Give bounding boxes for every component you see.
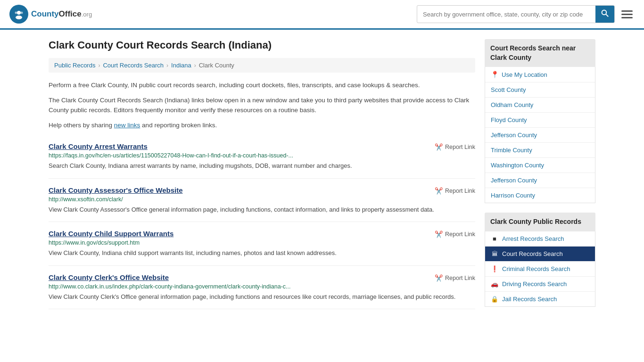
main-container: Clark County Court Records Search (India… [39, 30, 605, 326]
public-records-list: ■Arrest Records Search🏛Court Records Sea… [485, 231, 595, 307]
record-icon-4: 🔒 [491, 296, 498, 303]
record-icon-2: ❗ [491, 265, 498, 272]
intro-text-1: Perform a free Clark County, IN public c… [49, 80, 475, 90]
search-area [417, 5, 635, 23]
report-icon: ✂️ [435, 230, 443, 238]
intro-text-3: Help others by sharing new links and rep… [49, 120, 475, 131]
result-title[interactable]: Clark County Assessor's Office Website [49, 186, 183, 194]
new-links-link[interactable]: new links [114, 122, 140, 129]
result-item: Clark County Arrest Warrants ✂️ Report L… [49, 135, 475, 179]
report-link-3[interactable]: ✂️ Report Link [435, 274, 475, 282]
logo-domain: .org [82, 11, 92, 18]
nearby-county-3[interactable]: Jefferson County [485, 128, 595, 143]
logo-area: CountyOffice.org [9, 5, 92, 24]
record-icon-0: ■ [491, 235, 498, 242]
intro-text-2: The Clark County Court Records Search (I… [49, 95, 475, 115]
breadcrumb-court-records[interactable]: Court Records Search [103, 62, 164, 69]
report-icon: ✂️ [435, 274, 443, 282]
svg-point-4 [21, 12, 23, 14]
nearby-county-0[interactable]: Scott County [485, 82, 595, 98]
public-records-item-2[interactable]: ❗Criminal Records Search [485, 262, 595, 277]
public-records-item-3[interactable]: 🚗Driving Records Search [485, 277, 595, 292]
site-header: CountyOffice.org [0, 0, 644, 30]
nearby-header: Court Records Search near Clark County [485, 39, 595, 67]
nearby-county-6[interactable]: Jefferson County [485, 173, 595, 188]
logo-icon [9, 5, 28, 24]
report-icon: ✂️ [435, 187, 443, 195]
public-records-header: Clark County Public Records [485, 213, 595, 231]
result-url[interactable]: https://www.in.gov/dcs/support.htm [49, 239, 475, 246]
svg-line-6 [606, 14, 608, 16]
search-input[interactable] [417, 7, 595, 22]
result-item: Clark County Clerk's Office Website ✂️ R… [49, 266, 475, 310]
breadcrumb-clark-county: Clark County [199, 62, 234, 69]
result-desc: View Clark County, Indiana child support… [49, 248, 475, 258]
public-records-section: Clark County Public Records ■Arrest Reco… [485, 213, 595, 307]
result-title[interactable]: Clark County Arrest Warrants [49, 142, 148, 150]
search-button[interactable] [595, 6, 614, 23]
record-icon-3: 🚗 [491, 280, 498, 288]
logo-text-area: CountyOffice.org [31, 9, 92, 19]
result-url[interactable]: https://faqs.in.gov/hc/en-us/articles/11… [49, 152, 475, 159]
results-container: Clark County Arrest Warrants ✂️ Report L… [49, 135, 475, 309]
result-desc: Search Clark County, Indiana arrest warr… [49, 161, 475, 171]
public-records-item-1[interactable]: 🏛Court Records Search [485, 247, 595, 262]
result-title[interactable]: Clark County Child Support Warrants [49, 230, 173, 238]
result-header: Clark County Arrest Warrants ✂️ Report L… [49, 142, 475, 151]
svg-point-5 [602, 10, 607, 15]
nearby-county-7[interactable]: Harrison County [485, 188, 595, 203]
breadcrumb: Public Records › Court Records Search › … [49, 58, 475, 73]
page-title: Clark County Court Records Search (India… [49, 39, 475, 51]
report-icon: ✂️ [435, 143, 443, 151]
result-desc: View Clark County Clerk's Office general… [49, 292, 475, 302]
breadcrumb-public-records[interactable]: Public Records [54, 62, 95, 69]
search-box[interactable] [417, 5, 615, 23]
public-records-items-container: ■Arrest Records Search🏛Court Records Sea… [485, 231, 595, 306]
use-location-item[interactable]: 📍 Use My Location [485, 67, 595, 82]
report-link-1[interactable]: ✂️ Report Link [435, 187, 475, 195]
public-records-item-4[interactable]: 🔒Jail Records Search [485, 292, 595, 306]
record-icon-1: 🏛 [491, 250, 498, 257]
result-item: Clark County Assessor's Office Website ✂… [49, 179, 475, 222]
result-header: Clark County Child Support Warrants ✂️ R… [49, 230, 475, 238]
use-location-link[interactable]: Use My Location [502, 71, 547, 78]
menu-button[interactable] [619, 8, 635, 20]
result-item: Clark County Child Support Warrants ✂️ R… [49, 222, 475, 266]
result-url[interactable]: http://www.xsoftin.com/clark/ [49, 196, 475, 203]
report-link-2[interactable]: ✂️ Report Link [435, 230, 475, 238]
result-title[interactable]: Clark County Clerk's Office Website [49, 273, 169, 281]
pin-icon: 📍 [491, 71, 499, 78]
nearby-county-2[interactable]: Floyd County [485, 113, 595, 128]
nearby-county-5[interactable]: Washington County [485, 158, 595, 173]
report-link-0[interactable]: ✂️ Report Link [435, 143, 475, 151]
breadcrumb-indiana[interactable]: Indiana [171, 62, 191, 69]
nearby-county-4[interactable]: Trimble County [485, 143, 595, 158]
sidebar: Court Records Search near Clark County 📍… [485, 39, 595, 316]
result-header: Clark County Clerk's Office Website ✂️ R… [49, 273, 475, 282]
result-url[interactable]: http://www.co.clark.in.us/index.php/clar… [49, 283, 475, 290]
svg-point-1 [17, 11, 21, 15]
result-desc: View Clark County Assessor's Office gene… [49, 205, 475, 214]
nearby-section: Court Records Search near Clark County 📍… [485, 39, 595, 203]
nearby-list: 📍 Use My Location Scott CountyOldham Cou… [485, 67, 595, 203]
result-header: Clark County Assessor's Office Website ✂… [49, 186, 475, 195]
nearby-county-1[interactable]: Oldham County [485, 98, 595, 113]
logo-county: County [31, 9, 59, 18]
nearby-counties-list: Scott CountyOldham CountyFloyd CountyJef… [485, 82, 595, 203]
content-area: Clark County Court Records Search (India… [49, 39, 475, 316]
svg-point-2 [16, 16, 22, 19]
svg-point-3 [15, 12, 17, 14]
public-records-item-0[interactable]: ■Arrest Records Search [485, 231, 595, 247]
logo-office: Office [59, 9, 82, 18]
